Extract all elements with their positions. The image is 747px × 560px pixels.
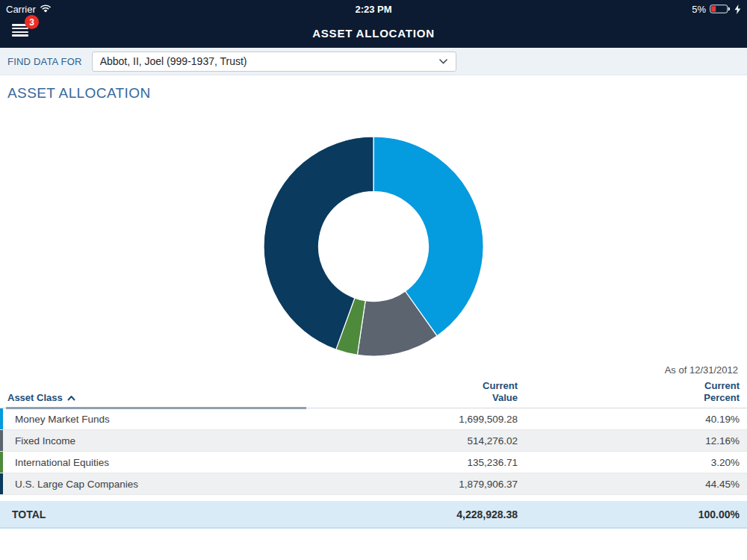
- header-current-percent[interactable]: Current Percent: [525, 380, 747, 404]
- table-header: Asset Class Current Value Current Percen…: [0, 380, 747, 408]
- donut-chart: [261, 134, 486, 358]
- table-row: Fixed Income514,276.0212.16%: [0, 430, 747, 452]
- total-row: TOTAL 4,228,928.38 100.00%: [0, 501, 747, 529]
- page-title: ASSET ALLOCATION: [7, 85, 747, 102]
- cell-current-value: 135,236.71: [321, 457, 525, 468]
- find-data-bar: FIND DATA FOR Abbot, II, Joel (999-1937,…: [0, 48, 747, 75]
- chart-area: [0, 134, 747, 358]
- cell-asset-class: International Equities: [0, 457, 321, 468]
- chevron-up-icon: [67, 396, 75, 401]
- table-row: International Equities135,236.713.20%: [0, 452, 747, 473]
- find-data-label: FIND DATA FOR: [7, 56, 82, 67]
- charging-bolt-icon: [734, 4, 741, 14]
- header-current-value-line1: Current: [321, 380, 518, 392]
- wifi-icon: [40, 4, 52, 13]
- chevron-down-icon: [438, 58, 448, 64]
- status-time: 2:23 PM: [0, 4, 747, 15]
- row-color-strip: [0, 408, 3, 429]
- table-row: Money Market Funds1,699,509.2840.19%: [0, 408, 747, 430]
- header-asset-class-label: Asset Class: [7, 392, 63, 404]
- battery-percent-label: 5%: [692, 4, 706, 15]
- carrier-label: Carrier: [6, 4, 36, 15]
- header-current-value[interactable]: Current Value: [321, 380, 525, 404]
- status-bar: 2:23 PM Carrier 5%: [0, 2, 747, 16]
- cell-current-value: 514,276.02: [321, 435, 525, 447]
- account-select-dropdown[interactable]: Abbot, II, Joel (999-1937, Trust): [92, 52, 456, 72]
- battery-icon: [710, 4, 731, 13]
- as-of-date: As of 12/31/2012: [0, 364, 747, 376]
- app-header: 2:23 PM Carrier 5% 3 ASSET AL: [0, 0, 747, 48]
- total-current-percent: 100.00%: [525, 508, 747, 520]
- table-row: U.S. Large Cap Companies1,879,906.3744.4…: [0, 473, 747, 495]
- row-color-strip: [0, 473, 3, 494]
- cell-current-value: 1,699,509.28: [321, 414, 525, 425]
- cell-asset-class: Money Market Funds: [0, 414, 321, 425]
- total-current-value: 4,228,928.38: [321, 508, 525, 520]
- header-current-value-line2: Value: [321, 392, 518, 404]
- cell-asset-class: U.S. Large Cap Companies: [0, 479, 321, 490]
- asset-table-body: Money Market Funds1,699,509.2840.19%Fixe…: [0, 408, 747, 495]
- header-current-percent-line1: Current: [525, 380, 740, 392]
- asset-allocation-table: Asset Class Current Value Current Percen…: [0, 380, 747, 529]
- row-color-strip: [0, 452, 3, 473]
- cell-current-percent: 40.19%: [525, 414, 747, 425]
- header-current-percent-line2: Percent: [525, 392, 740, 404]
- cell-asset-class: Fixed Income: [0, 435, 321, 447]
- cell-current-percent: 44.45%: [525, 479, 747, 490]
- total-label: TOTAL: [0, 508, 321, 520]
- cell-current-percent: 3.20%: [525, 457, 747, 468]
- cell-current-percent: 12.16%: [525, 435, 747, 447]
- selected-account: Abbot, II, Joel (999-1937, Trust): [100, 55, 247, 67]
- battery-level-fill: [711, 6, 716, 12]
- row-color-strip: [0, 430, 3, 451]
- nav-title: ASSET ALLOCATION: [0, 27, 747, 40]
- cell-current-value: 1,879,906.37: [321, 479, 525, 490]
- header-asset-class[interactable]: Asset Class: [0, 392, 321, 404]
